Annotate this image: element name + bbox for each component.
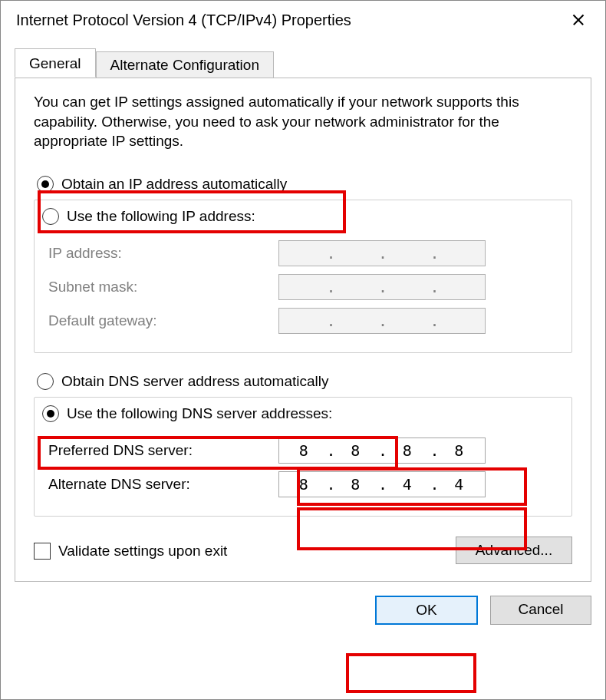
dialog-buttons: OK Cancel [1, 582, 605, 625]
title-bar: Internet Protocol Version 4 (TCP/IPv4) P… [1, 1, 605, 39]
alternate-dns-input[interactable]: 8. 8. 4. 4 [278, 471, 486, 497]
checkbox-label: Validate settings upon exit [58, 543, 227, 560]
tab-strip: General Alternate Configuration [15, 48, 591, 78]
radio-icon [37, 176, 54, 193]
alternate-dns-label: Alternate DNS server: [48, 476, 278, 493]
checkbox-icon [34, 543, 51, 560]
highlight-box [346, 653, 476, 693]
radio-label: Obtain DNS server address automatically [61, 373, 328, 390]
tab-alternate-configuration[interactable]: Alternate Configuration [96, 51, 274, 78]
general-panel: You can get IP settings assigned automat… [15, 78, 591, 582]
ip-address-label: IP address: [48, 245, 278, 262]
advanced-button[interactable]: Advanced... [456, 537, 572, 564]
radio-use-dns[interactable]: Use the following DNS server addresses: [42, 402, 558, 425]
intro-text: You can get IP settings assigned automat… [34, 92, 572, 151]
tab-general[interactable]: General [15, 48, 96, 78]
dns-manual-group: Use the following DNS server addresses: … [34, 397, 572, 517]
subnet-mask-label: Subnet mask: [48, 279, 278, 296]
radio-icon [42, 405, 59, 422]
default-gateway-label: Default gateway: [48, 312, 278, 329]
close-icon [571, 13, 585, 27]
preferred-dns-label: Preferred DNS server: [48, 442, 278, 459]
radio-label: Use the following IP address: [67, 208, 255, 225]
close-button[interactable] [562, 8, 594, 31]
radio-label: Obtain an IP address automatically [61, 176, 287, 193]
radio-obtain-dns-auto[interactable]: Obtain DNS server address automatically [34, 370, 572, 393]
subnet-mask-input: . . . [278, 274, 486, 300]
radio-icon [42, 208, 59, 225]
ip-address-input: . . . [278, 240, 486, 266]
cancel-button[interactable]: Cancel [490, 596, 591, 625]
ip-manual-group: Use the following IP address: IP address… [34, 200, 572, 353]
window-title: Internet Protocol Version 4 (TCP/IPv4) P… [16, 12, 562, 29]
default-gateway-input: . . . [278, 308, 486, 334]
radio-obtain-ip-auto[interactable]: Obtain an IP address automatically [34, 173, 572, 196]
preferred-dns-input[interactable]: 8. 8. 8. 8 [278, 438, 486, 464]
radio-icon [37, 373, 54, 390]
properties-dialog: Internet Protocol Version 4 (TCP/IPv4) P… [0, 0, 606, 700]
radio-use-ip[interactable]: Use the following IP address: [42, 205, 558, 228]
radio-label: Use the following DNS server addresses: [67, 405, 332, 422]
ok-button[interactable]: OK [375, 596, 478, 625]
